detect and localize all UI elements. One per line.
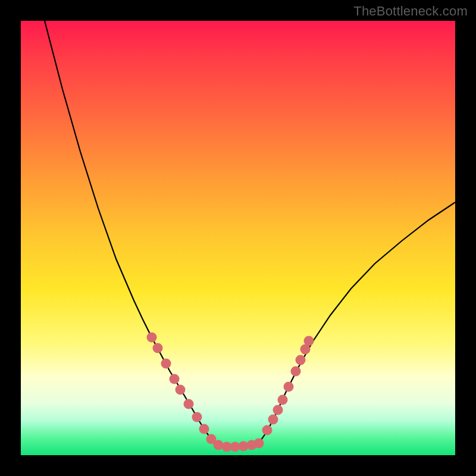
curve-right-branch — [259, 202, 455, 443]
data-point-dot — [147, 333, 157, 343]
data-point-dot — [296, 355, 306, 365]
data-point-dot — [184, 399, 194, 409]
watermark-text: TheBottleneck.com — [353, 4, 468, 19]
curve-left-branch — [45, 21, 214, 443]
data-point-dot — [268, 415, 278, 425]
data-point-dots — [147, 333, 314, 452]
data-point-dot — [161, 359, 171, 369]
data-point-dot — [284, 382, 294, 392]
data-point-dot — [304, 336, 314, 346]
data-point-dot — [291, 367, 301, 377]
data-point-dot — [214, 440, 224, 450]
data-point-dot — [262, 425, 273, 436]
bottleneck-curve-svg — [21, 21, 455, 455]
data-point-dot — [170, 374, 180, 384]
data-point-dot — [278, 395, 288, 405]
data-point-dot — [192, 412, 202, 422]
data-point-dot — [273, 405, 283, 415]
data-point-dot — [176, 385, 186, 395]
data-point-dot — [153, 343, 163, 353]
data-point-dot — [254, 439, 264, 449]
chart-frame: TheBottleneck.com — [0, 0, 476, 476]
plot-area — [21, 21, 455, 455]
data-point-dot — [199, 424, 209, 434]
